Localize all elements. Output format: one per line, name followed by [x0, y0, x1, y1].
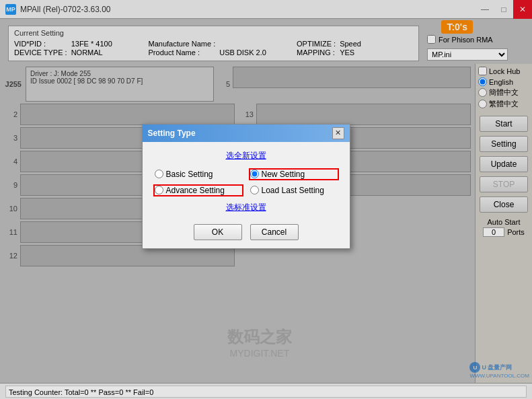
- basic-setting-radio[interactable]: [155, 170, 163, 178]
- dialog-body: 选全新设置 Basic Setting New Setting Advance …: [143, 142, 350, 248]
- setting-type-dialog: Setting Type ✕ 选全新设置 Basic Setting New S…: [142, 124, 350, 249]
- advance-setting-option: Advance Setting: [153, 184, 243, 196]
- load-last-setting-label: Load Last Setting: [262, 186, 324, 195]
- basic-setting-label: Basic Setting: [166, 170, 213, 179]
- basic-setting-option: Basic Setting: [153, 168, 243, 180]
- advance-setting-radio[interactable]: [155, 186, 163, 194]
- cancel-button[interactable]: Cancel: [250, 224, 299, 240]
- ok-button[interactable]: OK: [194, 224, 242, 240]
- new-setting-radio[interactable]: [250, 170, 259, 178]
- new-setting-label: New Setting: [262, 170, 305, 179]
- advance-setting-label: Advance Setting: [166, 186, 225, 195]
- load-last-setting-option: Load Last Setting: [249, 184, 339, 196]
- select-new-link[interactable]: 选全新设置: [153, 150, 339, 161]
- dialog-options: Basic Setting New Setting Advance Settin…: [153, 168, 339, 196]
- new-setting-option: New Setting: [249, 168, 339, 180]
- dialog-close-button[interactable]: ✕: [332, 127, 344, 139]
- select-standard-link[interactable]: 选标准设置: [153, 202, 339, 213]
- load-last-setting-radio[interactable]: [250, 186, 259, 194]
- modal-overlay: Setting Type ✕ 选全新设置 Basic Setting New S…: [0, 0, 532, 399]
- dialog-title-bar: Setting Type ✕: [143, 124, 350, 142]
- dialog-buttons: OK Cancel: [153, 221, 339, 240]
- dialog-title: Setting Type: [148, 129, 196, 138]
